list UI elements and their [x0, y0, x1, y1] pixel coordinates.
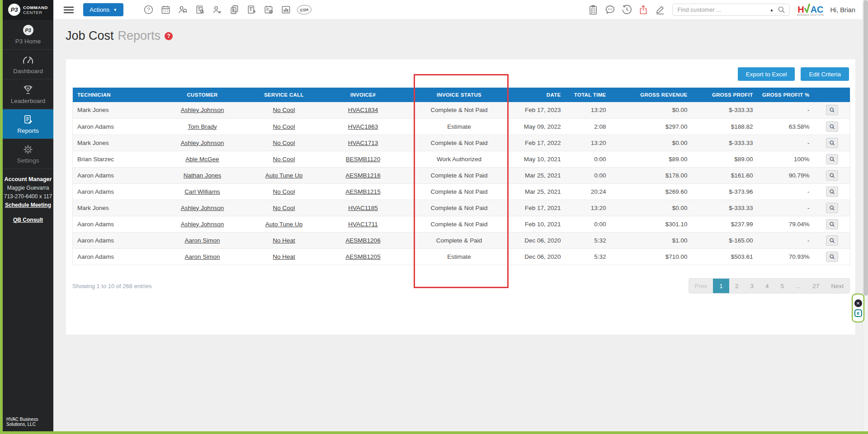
col-gross-revenue[interactable]: GROSS REVENUE — [611, 88, 692, 102]
page-item-3[interactable]: 3 — [744, 279, 760, 293]
scrollbar-thumb[interactable] — [863, 0, 868, 296]
row-detail-search-button[interactable] — [826, 121, 838, 132]
col-customer[interactable]: CUSTOMER — [160, 88, 245, 102]
row-detail-search-button[interactable] — [826, 187, 838, 197]
page-item-4[interactable]: 4 — [760, 279, 775, 293]
customer-link[interactable]: Ashley Johnson — [181, 205, 224, 211]
service-call-link[interactable]: Auto Tune Up — [265, 172, 303, 179]
customer-add-icon[interactable] — [211, 4, 223, 16]
calendar-icon[interactable] — [160, 4, 171, 16]
help-circle-icon[interactable]: ? — [142, 4, 154, 16]
service-call-link[interactable]: No Cool — [273, 188, 295, 195]
col-technician[interactable]: TECHNICIAN — [73, 88, 160, 102]
qb-consult-link[interactable]: QB Consult — [13, 216, 43, 224]
sidebar-item-leaderboard[interactable]: Leaderboard — [3, 79, 53, 109]
col-invoice-status[interactable]: INVOICE STATUS — [403, 88, 516, 102]
close-icon[interactable]: ✕ — [854, 299, 862, 307]
row-detail-search-button[interactable] — [826, 219, 838, 229]
app-logo[interactable]: P3 COMMAND CENTER — [3, 0, 53, 20]
row-detail-search-button[interactable] — [826, 154, 838, 164]
esm-badge-icon[interactable]: ESM — [297, 5, 312, 15]
col-date[interactable]: DATE — [516, 88, 566, 102]
history-clock-icon[interactable] — [621, 4, 632, 16]
customer-link[interactable]: Aaron Simon — [184, 253, 220, 260]
col-gross-profit-pct[interactable]: GROSS PROFIT % — [758, 88, 814, 102]
invoice-link[interactable]: HVAC1185 — [348, 205, 378, 211]
sidebar-item-settings[interactable]: Settings — [3, 139, 53, 169]
sidebar-item-reports[interactable]: Reports — [3, 109, 53, 139]
customer-link[interactable]: Nathan Jones — [184, 172, 221, 179]
service-call-link[interactable]: No Heat — [273, 253, 295, 260]
invoice-link[interactable]: HVAC1834 — [348, 107, 378, 113]
export-to-excel-button[interactable]: Export to Excel — [738, 67, 795, 81]
eset-icon[interactable]: e — [854, 309, 862, 317]
menu-toggle-icon[interactable] — [63, 6, 74, 14]
row-detail-search-button[interactable] — [826, 203, 838, 213]
invoice-link[interactable]: AESMB1215 — [345, 188, 380, 195]
col-invoice[interactable]: INVOICE# — [324, 88, 403, 102]
invoice-link[interactable]: AESMB1216 — [345, 172, 380, 179]
service-call-link[interactable]: Auto Tune Up — [265, 221, 303, 228]
service-call-link[interactable]: No Cool — [273, 140, 295, 146]
technician-cell: Aaron Adams — [73, 118, 160, 135]
chat-bubble-icon[interactable] — [604, 4, 616, 16]
date-cell: Feb 17, 2022 — [516, 135, 566, 151]
customer-link[interactable]: Aaron Simon — [184, 237, 220, 244]
service-call-link[interactable]: No Cool — [273, 205, 295, 211]
service-call-link[interactable]: No Cool — [273, 123, 295, 130]
service-call-link[interactable]: No Cool — [273, 107, 295, 113]
customer-link[interactable]: Ashley Johnson — [181, 140, 224, 146]
edit-pencil-icon[interactable] — [654, 4, 666, 16]
schedule-meeting-link[interactable]: Schedule Meeting — [5, 201, 51, 210]
row-detail-search-button[interactable] — [826, 252, 838, 262]
customer-link[interactable]: Ashley Johnson — [181, 107, 224, 113]
row-detail-search-button[interactable] — [826, 105, 838, 115]
service-call-link[interactable]: No Cool — [273, 156, 295, 163]
invoice-link[interactable]: AESMB1205 — [345, 253, 380, 260]
sidebar-item-dashboard[interactable]: Dashboard — [3, 50, 53, 79]
invoice-link[interactable]: BESMB1120 — [346, 156, 380, 163]
copy-documents-icon[interactable] — [228, 4, 240, 16]
col-service-call[interactable]: SERVICE CALL — [245, 88, 324, 102]
appointment-add-icon[interactable] — [263, 4, 274, 16]
customer-search-icon[interactable] — [177, 4, 189, 16]
page-item-27[interactable]: 27 — [807, 279, 825, 293]
invoice-add-icon[interactable]: $ — [245, 4, 257, 16]
row-detail-search-button[interactable] — [826, 138, 838, 148]
page-item-prev[interactable]: Prev — [689, 279, 713, 293]
page-item-next[interactable]: Next — [825, 279, 849, 293]
reports-chart-icon[interactable] — [280, 4, 292, 16]
row-detail-search-button[interactable] — [826, 235, 838, 246]
edit-criteria-button[interactable]: Edit Criteria — [801, 67, 849, 81]
page-item-dotdotdot[interactable]: ... — [790, 279, 807, 293]
hvac-logo[interactable]: H AC BUSINESS SOLUTIONS — [797, 3, 824, 17]
page-scrollbar[interactable] — [863, 0, 868, 431]
customer-link[interactable]: Able McGee — [185, 156, 219, 163]
share-export-icon[interactable] — [637, 4, 649, 16]
gross-profit-cell: $188.82 — [692, 118, 758, 135]
invoice-link[interactable]: AESMB1206 — [345, 237, 380, 244]
row-detail-search-button[interactable] — [826, 170, 838, 181]
help-icon[interactable]: ? — [165, 32, 173, 40]
service-call-cell: No Cool — [245, 183, 324, 200]
search-icon[interactable] — [777, 5, 786, 14]
col-gross-profit[interactable]: GROSS PROFIT — [692, 88, 758, 102]
customer-link[interactable]: Tom Brady — [188, 123, 217, 130]
col-total-time[interactable]: TOTAL TIME — [566, 88, 611, 102]
page-item-2[interactable]: 2 — [729, 279, 745, 293]
find-customer-search[interactable]: ▲ — [672, 4, 790, 16]
actions-button[interactable]: Actions ▼ — [83, 3, 123, 16]
invoice-search-icon[interactable]: $ — [194, 4, 206, 16]
customer-link[interactable]: Ashley Johnson — [181, 221, 224, 228]
find-customer-input[interactable] — [677, 6, 769, 13]
invoice-link[interactable]: HVAC1863 — [348, 123, 378, 130]
page-item-5[interactable]: 5 — [774, 279, 790, 293]
checklist-clipboard-icon[interactable] — [587, 4, 599, 16]
invoice-link[interactable]: HVAC1711 — [348, 221, 378, 228]
triangle-up-icon[interactable]: ▲ — [769, 8, 774, 12]
page-item-1[interactable]: 1 — [713, 279, 729, 293]
sidebar-item-p3-home[interactable]: P3 P3 Home — [3, 20, 53, 50]
invoice-link[interactable]: HVAC1713 — [348, 140, 378, 146]
service-call-link[interactable]: No Heat — [273, 237, 295, 244]
customer-link[interactable]: Carl Williams — [184, 188, 220, 195]
